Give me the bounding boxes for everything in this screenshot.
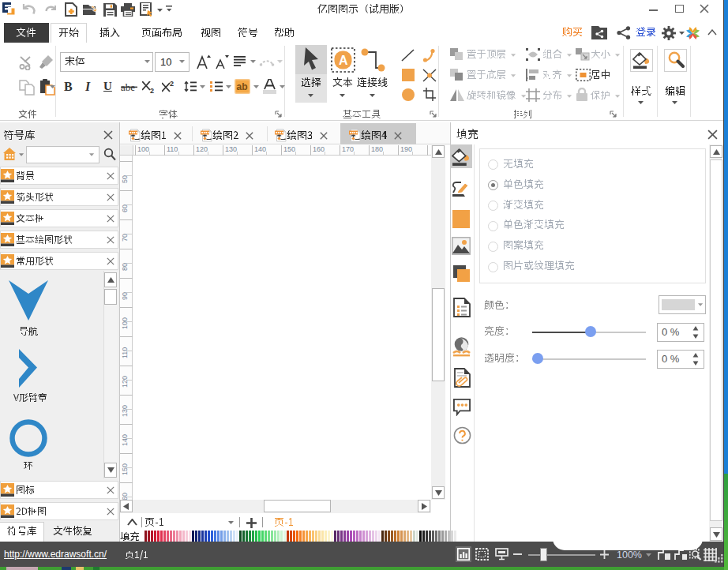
svg-text:A: A xyxy=(339,54,348,67)
svg-text:ab: ab xyxy=(237,81,248,92)
svg-text:2: 2 xyxy=(170,80,174,88)
svg-text:2: 2 xyxy=(150,87,154,93)
